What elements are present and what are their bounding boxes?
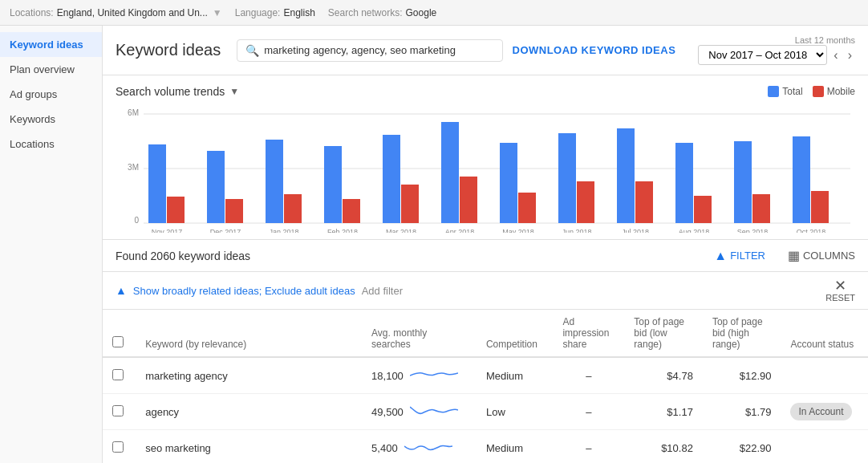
svg-text:Jul 2018: Jul 2018 — [622, 228, 649, 233]
search-box[interactable]: 🔍 — [237, 39, 502, 62]
row-checkbox[interactable] — [112, 369, 124, 380]
chart-title-row: Search volume trends ▼ Total Mobile — [116, 85, 855, 98]
locations-label: Locations: — [10, 7, 54, 18]
filter-description[interactable]: Show broadly related ideas; Exclude adul… — [133, 285, 355, 297]
reset-button[interactable]: ✕ RESET — [825, 278, 855, 303]
legend-total-label: Total — [782, 86, 802, 97]
svg-rect-24 — [500, 143, 517, 223]
date-range-selector[interactable]: Nov 2017 – Oct 2018 ‹ › — [698, 45, 855, 65]
avg-monthly-value: 49,500 — [371, 406, 404, 418]
svg-rect-28 — [577, 181, 594, 223]
svg-rect-16 — [343, 199, 360, 223]
legend-mobile-dot — [813, 86, 824, 97]
svg-rect-7 — [167, 197, 185, 223]
svg-rect-34 — [694, 196, 712, 223]
svg-text:Apr 2018: Apr 2018 — [445, 228, 475, 233]
language-label: Language: — [235, 7, 281, 18]
svg-rect-19 — [401, 185, 419, 223]
svg-text:6M: 6M — [128, 108, 139, 117]
svg-rect-40 — [811, 191, 829, 223]
networks-value: Google — [406, 7, 437, 18]
date-range-label: Last 12 months — [795, 35, 855, 45]
svg-rect-21 — [441, 122, 459, 223]
avg-monthly-value: 5,400 — [371, 442, 398, 454]
keyword-cell: agency — [136, 394, 362, 430]
svg-rect-36 — [734, 141, 752, 223]
avg-monthly-value: 18,100 — [371, 370, 404, 382]
keywords-table: Keyword (by relevance) Avg. monthly sear… — [103, 310, 868, 463]
table-container[interactable]: Keyword (by relevance) Avg. monthly sear… — [103, 310, 868, 463]
sidebar: Keyword ideas Plan overview Ad groups Ke… — [0, 26, 103, 463]
filter-funnel-icon: ▲ — [714, 249, 727, 263]
next-period-button[interactable]: › — [845, 47, 855, 64]
row-checkbox[interactable] — [112, 405, 124, 416]
filter-label[interactable]: FILTER — [730, 250, 765, 262]
keyword-cell: seo marketing — [136, 430, 362, 464]
language-value: English — [283, 7, 314, 18]
results-count: Found 2060 keyword ideas — [116, 250, 708, 262]
top-high-cell: $22.90 — [703, 430, 781, 464]
competition-cell: Medium — [477, 357, 553, 394]
header-top-low: Top of page bid (low range) — [624, 310, 703, 357]
chart-svg: 6M 3M 0 Nov 2017 Dec 2017 — [116, 104, 855, 233]
filter-funnel-icon-row: ▲ — [116, 284, 127, 297]
prev-period-button[interactable]: ‹ — [830, 47, 841, 64]
sidebar-item-plan-overview[interactable]: Plan overview — [0, 57, 102, 82]
chart-dropdown-icon[interactable]: ▼ — [229, 86, 239, 97]
columns-button[interactable]: ▦ COLUMNS — [788, 248, 855, 263]
svg-text:Oct 2018: Oct 2018 — [797, 228, 826, 233]
row-checkbox-cell — [103, 430, 136, 464]
svg-rect-15 — [324, 146, 342, 223]
header-ad-impression: Ad impression share — [553, 310, 624, 357]
language-item: Language: English — [235, 7, 315, 18]
date-range-dropdown[interactable]: Nov 2017 – Oct 2018 — [698, 45, 827, 65]
ad-impression-cell: – — [553, 394, 624, 430]
header-avg-monthly: Avg. monthly searches — [362, 310, 477, 357]
add-filter-button[interactable]: Add filter — [362, 285, 403, 297]
header-keyword: Keyword (by relevance) — [136, 310, 362, 357]
columns-label[interactable]: COLUMNS — [803, 250, 855, 262]
networks-item: Search networks: Google — [328, 7, 436, 18]
locations-chevron-icon[interactable]: ▼ — [213, 7, 222, 18]
ad-impression-cell: – — [553, 357, 624, 394]
filter-row: ▲ Show broadly related ideas; Exclude ad… — [103, 272, 868, 310]
trend-sparkline — [410, 402, 458, 421]
row-checkbox-cell — [103, 394, 136, 430]
svg-rect-10 — [225, 199, 243, 223]
table-row: agency 49,500 Low – $1.17 $1.79 In Accou… — [103, 394, 868, 430]
header-checkbox-cell — [103, 310, 136, 357]
svg-rect-22 — [460, 177, 477, 223]
select-all-checkbox[interactable] — [112, 336, 124, 347]
content-area: Keyword ideas 🔍 DOWNLOAD KEYWORD IDEAS L… — [103, 26, 868, 463]
svg-text:Feb 2018: Feb 2018 — [327, 228, 358, 233]
sidebar-item-keyword-ideas[interactable]: Keyword ideas — [0, 32, 102, 57]
download-button[interactable]: DOWNLOAD KEYWORD IDEAS — [513, 44, 676, 56]
legend-total-dot — [768, 86, 779, 97]
filter-button[interactable]: ▲ FILTER — [714, 249, 765, 263]
svg-rect-31 — [635, 181, 653, 223]
svg-text:3M: 3M — [128, 163, 139, 172]
svg-text:May 2018: May 2018 — [502, 228, 534, 233]
sidebar-item-locations[interactable]: Locations — [0, 132, 102, 156]
reset-label: RESET — [825, 293, 855, 303]
svg-text:Nov 2017: Nov 2017 — [152, 228, 183, 233]
row-checkbox[interactable] — [112, 441, 124, 453]
svg-text:Aug 2018: Aug 2018 — [679, 228, 710, 233]
close-icon: ✕ — [834, 278, 846, 293]
header-account-status: Account status — [781, 310, 868, 357]
chart-title: Search volume trends — [116, 85, 225, 98]
svg-rect-33 — [675, 143, 693, 223]
keyword-cell: marketing agency — [136, 357, 362, 394]
row-checkbox-cell — [103, 357, 136, 394]
trend-sparkline — [404, 438, 452, 457]
svg-rect-30 — [617, 128, 635, 223]
header-top-high: Top of page bid (high range) — [703, 310, 781, 357]
search-input[interactable] — [264, 44, 493, 56]
legend-total: Total — [768, 86, 802, 97]
svg-rect-27 — [558, 133, 576, 223]
columns-icon: ▦ — [788, 248, 800, 263]
sidebar-item-ad-groups[interactable]: Ad groups — [0, 82, 102, 107]
sidebar-item-keywords[interactable]: Keywords — [0, 107, 102, 132]
content-header: Keyword ideas 🔍 DOWNLOAD KEYWORD IDEAS L… — [103, 26, 868, 75]
svg-rect-18 — [383, 135, 400, 223]
